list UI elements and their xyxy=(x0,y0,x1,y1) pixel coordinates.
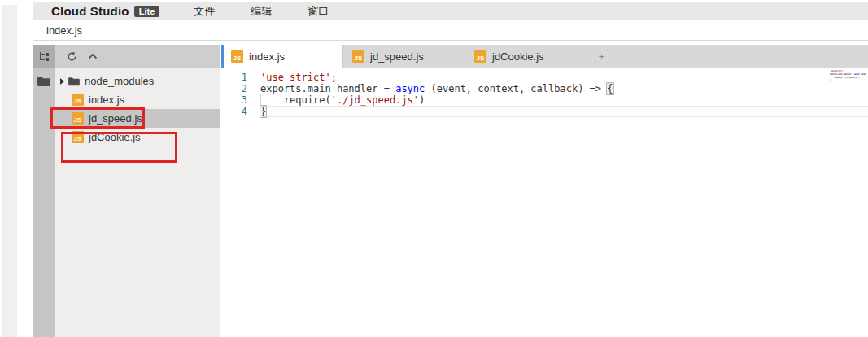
token-string: './jd_speed.js' xyxy=(331,94,419,106)
line-number: 4 xyxy=(221,106,260,117)
menu-item-0[interactable]: 文件 xyxy=(182,2,226,20)
cloud-studio-app: Cloud Studio Lite 文件编辑窗口 index.js xyxy=(33,0,868,337)
line-number: 3 xyxy=(221,94,260,106)
tree-outline-icon xyxy=(38,50,50,63)
js-file-icon: JS xyxy=(72,94,84,106)
tab-label: jd_speed.js xyxy=(370,50,424,63)
code-line-1: 1'use strict'; xyxy=(221,72,868,83)
minimap[interactable]: 'use strict';exports.main_handler = asyn… xyxy=(830,69,866,82)
annotation-box-2 xyxy=(61,132,177,163)
token-keyword: async xyxy=(395,83,425,94)
outline-view-button[interactable] xyxy=(33,45,55,68)
token-plain: ) xyxy=(419,94,425,106)
token-plain: exports.main_handler = xyxy=(260,83,395,94)
breadcrumb: index.js xyxy=(46,24,82,37)
code-line-2: 2exports.main_handler = async (event, co… xyxy=(221,83,868,94)
lite-badge: Lite xyxy=(134,6,160,17)
app-title: Cloud Studio xyxy=(51,4,129,18)
new-tab-area: + xyxy=(587,45,608,68)
token-plain: require( xyxy=(260,94,331,106)
token-plain: (event, context, callback) => xyxy=(425,83,607,94)
activity-bar xyxy=(33,45,55,337)
folder-icon xyxy=(68,77,81,86)
editor-group: JS index.js JS jd_speed.js JS jdCookie.j… xyxy=(221,45,868,337)
menu-items: 文件编辑窗口 xyxy=(182,2,353,20)
explorer-view-button[interactable] xyxy=(33,72,55,91)
tab-label: index.js xyxy=(249,50,285,63)
menu-bar: Cloud Studio Lite 文件编辑窗口 xyxy=(33,2,868,20)
js-file-icon: JS xyxy=(474,50,486,63)
menu-item-2[interactable]: 窗口 xyxy=(296,2,340,20)
token-bracket: { xyxy=(607,83,613,94)
code-editor[interactable]: 1'use strict';2exports.main_handler = as… xyxy=(221,68,868,337)
code-text: } xyxy=(260,106,868,117)
breadcrumb-bar: index.js xyxy=(33,20,868,41)
twisty-collapsed-icon[interactable] xyxy=(60,78,64,85)
code-text: exports.main_handler = async (event, con… xyxy=(260,83,868,94)
tab-jd_speed-js[interactable]: JS jd_speed.js xyxy=(343,45,465,68)
annotation-box-1 xyxy=(50,107,145,129)
js-file-icon: JS xyxy=(352,50,364,63)
tab-index-js[interactable]: JS index.js xyxy=(221,45,343,68)
file-explorer-panel: node_modulesJSindex.jsJSjd_speed.jsJSjdC… xyxy=(55,45,220,337)
tree-item-label: index.js xyxy=(89,94,124,106)
refresh-button[interactable] xyxy=(65,50,78,63)
token-string: 'use strict'; xyxy=(260,72,337,83)
explorer-toolbar xyxy=(55,45,220,68)
menu-item-1[interactable]: 编辑 xyxy=(239,2,283,20)
tree-item-index-js[interactable]: JSindex.js xyxy=(55,90,220,109)
tab-label: jdCookie.js xyxy=(492,50,544,63)
page-margin-scrollbar xyxy=(2,5,17,337)
collapse-all-button[interactable] xyxy=(86,50,99,63)
code-line-3: 3 require('./jd_speed.js') xyxy=(221,94,868,106)
code-text: 'use strict'; xyxy=(260,72,868,83)
main-area: node_modulesJSindex.jsJSjd_speed.jsJSjdC… xyxy=(33,45,868,337)
code-line-4: 4} xyxy=(221,106,868,117)
minimap-line: } xyxy=(830,79,866,82)
tab-jdCookie-js[interactable]: JS jdCookie.js xyxy=(465,45,587,68)
line-number: 2 xyxy=(221,83,260,94)
tab-bar: JS index.js JS jd_speed.js JS jdCookie.j… xyxy=(221,45,868,68)
add-tab-button[interactable]: + xyxy=(595,50,608,63)
line-number: 1 xyxy=(221,72,260,83)
js-file-icon: JS xyxy=(231,50,243,63)
tree-item-node_modules[interactable]: node_modules xyxy=(55,72,220,90)
token-bracket: } xyxy=(260,106,266,117)
code-text: require('./jd_speed.js') xyxy=(260,94,868,106)
tree-item-label: node_modules xyxy=(85,75,154,87)
folder-icon xyxy=(37,76,51,87)
